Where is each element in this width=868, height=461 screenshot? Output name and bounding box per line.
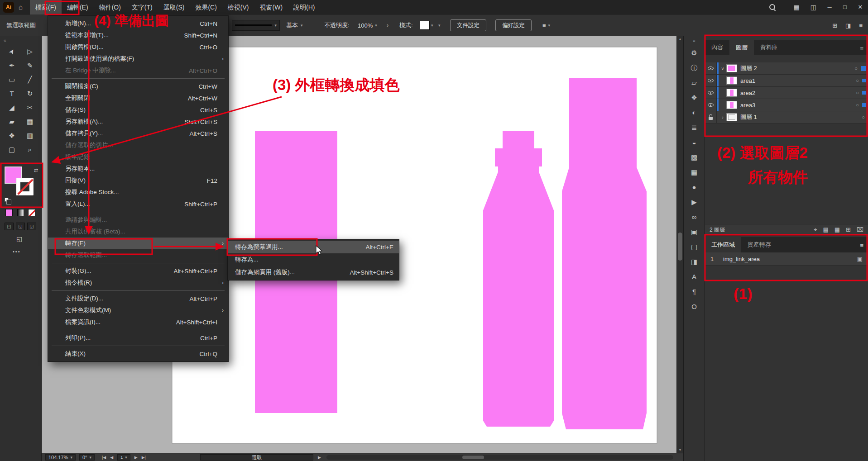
scroll-up-icon[interactable]: ▲ <box>677 36 683 43</box>
submenu-item-export-as[interactable]: 轉存為... <box>228 253 399 266</box>
file-menu-item-save-as-template[interactable]: 另存範本... <box>48 163 228 175</box>
collect-for-export-icon[interactable]: ▤ <box>823 226 829 233</box>
collapse-tools-icon[interactable]: « <box>4 38 6 43</box>
layer-thumbnail[interactable] <box>727 77 737 84</box>
target-circle-icon[interactable]: ○ <box>856 102 859 108</box>
magenta-bottle-large-shape[interactable] <box>562 78 647 429</box>
artboard-list-row[interactable]: 1 img_link_area ▣ <box>705 252 868 266</box>
zoom-tool-icon[interactable]: ⌕ <box>24 145 36 154</box>
target-circle-icon[interactable]: ○ <box>856 90 859 95</box>
lock-toggle[interactable] <box>705 111 717 123</box>
symbol-sprayer-tool-icon[interactable]: ❖ <box>6 131 18 140</box>
status-options-icon[interactable]: ▶ <box>318 455 321 460</box>
direct-selection-tool-icon[interactable]: ▷ <box>24 47 36 56</box>
stroke-color-swatch[interactable] <box>16 178 34 195</box>
file-menu-item-new[interactable]: 新增(N)... Ctrl+N <box>48 18 228 29</box>
screen-mode-button[interactable]: ◱ <box>16 235 22 242</box>
shape-builder-tool-icon[interactable]: ▰ <box>6 117 18 126</box>
column-graph-tool-icon[interactable]: ▥ <box>24 131 36 140</box>
file-menu-item-close-all[interactable]: 全部關閉 Alt+Ctrl+W <box>48 92 228 104</box>
maximize-button[interactable]: □ <box>837 0 853 14</box>
file-menu-item-version-history[interactable]: 版本記錄 <box>48 151 228 163</box>
file-menu-item-open-recent[interactable]: 打開最近使用過的檔案(F) › <box>48 53 228 65</box>
artboard-select-dropdown[interactable]: 1 ▾ <box>117 454 130 461</box>
next-artboard-button[interactable]: ▶ <box>134 455 138 460</box>
asset-export-icon[interactable]: ▣ <box>691 225 697 240</box>
rotation-control[interactable]: 0° ▾ <box>79 454 95 461</box>
tab-artboards[interactable]: 工作區域 <box>705 237 741 252</box>
vertical-scroll-thumb[interactable] <box>678 233 682 261</box>
draw-inside-icon[interactable]: ◲ <box>27 223 36 230</box>
prev-artboard-button[interactable]: ◀ <box>110 455 113 460</box>
visibility-toggle[interactable] <box>705 87 717 99</box>
visibility-toggle[interactable] <box>705 62 717 74</box>
mesh-tool-icon[interactable]: ▦ <box>24 117 36 126</box>
opentype-icon[interactable]: O <box>691 300 697 315</box>
artboards-icon[interactable]: ▢ <box>691 240 697 255</box>
appearance-icon[interactable]: ◐ <box>692 106 696 121</box>
file-menu-item-save-a-copy[interactable]: 儲存拷貝(Y)... Alt+Ctrl+S <box>48 128 228 139</box>
search-icon[interactable] <box>769 4 776 10</box>
layers-panel-menu-icon[interactable]: ≡ <box>855 41 868 55</box>
layer-row-area3[interactable]: area3 ○ <box>705 99 868 111</box>
file-menu-item-package[interactable]: 封裝(G)... Alt+Shift+Ctrl+P <box>48 265 228 277</box>
menu-object[interactable]: 物件(O) <box>94 0 126 14</box>
tab-libraries[interactable]: 資料庫 <box>754 40 784 55</box>
last-artboard-button[interactable]: ▶| <box>142 455 146 460</box>
status-display[interactable]: 選取 <box>200 454 313 461</box>
file-menu-item-invite-to-edit[interactable]: 邀請參與編輯... <box>48 214 228 226</box>
target-circle-icon[interactable]: ○ <box>856 78 859 83</box>
color-button[interactable] <box>5 209 13 216</box>
tab-content[interactable]: 內容 <box>705 40 729 55</box>
expand-chevron-icon[interactable]: › <box>719 115 727 120</box>
minimize-button[interactable]: ─ <box>822 0 837 14</box>
visibility-toggle[interactable] <box>705 75 717 86</box>
stroke-preset-dropdown[interactable]: 基本 ▾ <box>286 21 303 29</box>
home-icon[interactable]: ⌂ <box>19 3 23 11</box>
menu-view[interactable]: 檢視(V) <box>222 0 254 14</box>
new-layer-icon[interactable]: ⊞ <box>846 226 851 233</box>
opacity-dropdown[interactable]: 100% ▾ <box>358 22 377 29</box>
selection-tool-icon[interactable]: ➤ <box>5 44 19 59</box>
links-icon[interactable]: ∞ <box>692 210 697 225</box>
artboards-panel-menu-icon[interactable]: ≡ <box>855 238 868 252</box>
zoom-control[interactable]: 104.17% ▾ <box>45 454 76 461</box>
file-menu-item-save[interactable]: 儲存(S) Ctrl+S <box>48 104 228 116</box>
visibility-toggle[interactable] <box>705 99 717 111</box>
stroke-icon[interactable]: ≣ <box>691 121 697 136</box>
layer-name[interactable]: area3 <box>740 102 856 109</box>
file-menu-item-exit[interactable]: 結束(X) Ctrl+Q <box>48 348 228 360</box>
scroll-down-icon[interactable]: ▼ <box>677 447 683 453</box>
artboard-name[interactable]: img_link_area <box>723 256 857 262</box>
layer-thumbnail[interactable] <box>727 114 737 121</box>
stroke-width-caret-icon[interactable]: ▾ <box>274 23 277 28</box>
layer-row-layer-1[interactable]: › 圖層 1 ○ <box>705 111 868 124</box>
menu-window[interactable]: 視窗(W) <box>254 0 288 14</box>
layer-name[interactable]: 圖層 1 <box>740 113 862 121</box>
layer-row-area2[interactable]: area2 ○ <box>705 87 868 99</box>
rotate-tool-icon[interactable]: ↻ <box>24 89 36 98</box>
file-menu-item-save-selected-slices[interactable]: 儲存選取的切片... <box>48 139 228 151</box>
expand-dock-icon[interactable]: « <box>693 38 695 43</box>
menu-file[interactable]: 檔案(F) <box>30 0 62 14</box>
file-menu-item-document-color-mode[interactable]: 文件色彩模式(M) › <box>48 304 228 316</box>
file-menu-item-share-for-review[interactable]: 共用以供審核 (Beta)... <box>48 226 228 238</box>
panel-layout-icon[interactable]: ◨ <box>845 22 851 29</box>
target-circle-icon[interactable]: ○ <box>862 114 865 120</box>
first-artboard-button[interactable]: |◀ <box>102 455 106 460</box>
horizontal-scroll-thumb[interactable] <box>462 456 484 459</box>
menu-help[interactable]: 說明(H) <box>288 0 320 14</box>
file-menu-item-print[interactable]: 列印(P)... Ctrl+P <box>48 332 228 344</box>
draw-behind-icon[interactable]: ◱ <box>16 223 25 230</box>
image-trace-icon[interactable]: ◨ <box>691 255 697 270</box>
layer-name[interactable]: 圖層 2 <box>740 64 854 72</box>
line-tool-icon[interactable]: ╱ <box>24 75 36 84</box>
more-tools-button[interactable]: ••• <box>13 249 21 254</box>
type-tool-icon[interactable]: T <box>6 89 18 98</box>
gradient-button[interactable] <box>17 209 24 216</box>
file-menu-item-revert[interactable]: 回復(V) F12 <box>48 175 228 186</box>
layer-thumbnail[interactable] <box>727 65 737 72</box>
menu-effect[interactable]: 效果(C) <box>190 0 222 14</box>
swatches-icon[interactable]: ▦ <box>691 166 697 181</box>
arrange-documents-icon[interactable]: ◫ <box>810 4 816 11</box>
